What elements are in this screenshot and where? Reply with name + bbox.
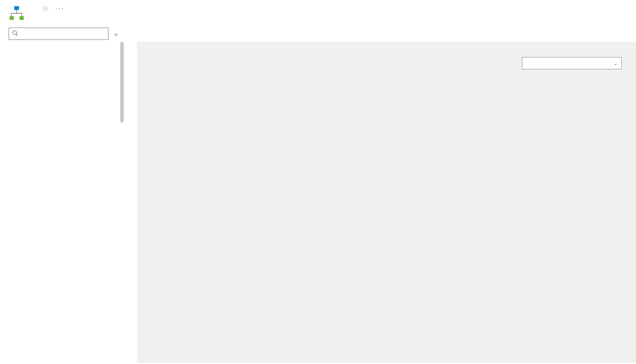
logicapp-icon: [9, 6, 25, 22]
chevron-down-icon: ⌄: [614, 61, 617, 66]
svg-rect-1: [10, 16, 14, 20]
sidebar: «: [0, 28, 124, 363]
more-menu-icon[interactable]: ···: [55, 4, 64, 13]
sidebar-scrollbar[interactable]: [120, 42, 124, 123]
collapse-sidebar-icon[interactable]: «: [114, 30, 118, 38]
content-area: ⌄: [137, 42, 636, 363]
svg-line-4: [16, 34, 18, 36]
sidebar-search[interactable]: [9, 28, 108, 40]
svg-rect-2: [20, 16, 24, 20]
page-header: ☆ ···: [0, 0, 636, 28]
search-icon: [12, 30, 21, 38]
favorite-star-icon[interactable]: ☆: [42, 4, 49, 13]
search-input[interactable]: [21, 30, 105, 38]
category-select[interactable]: ⌄: [522, 57, 622, 69]
svg-rect-0: [14, 6, 19, 10]
svg-point-3: [13, 30, 17, 34]
